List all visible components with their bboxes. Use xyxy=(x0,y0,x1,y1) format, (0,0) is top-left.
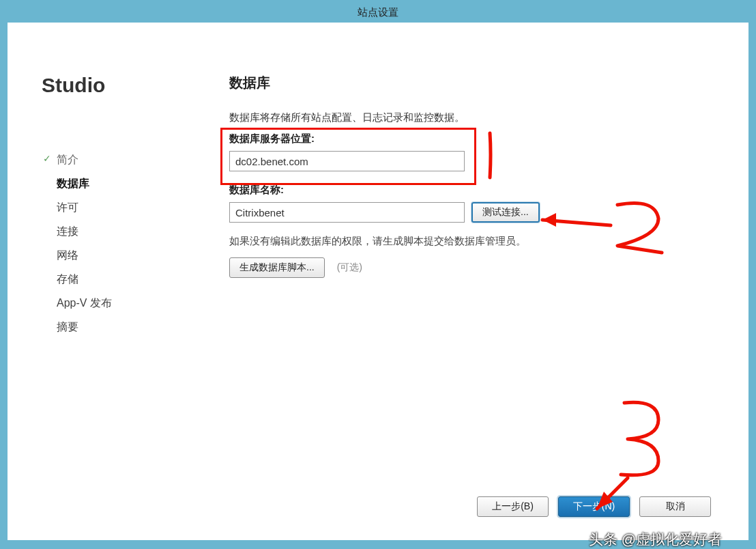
generate-script-button[interactable]: 生成数据库脚本... xyxy=(229,257,325,278)
page-description: 数据库将存储所有站点配置、日志记录和监控数据。 xyxy=(229,111,711,124)
studio-brand: Studio xyxy=(42,74,181,97)
next-button[interactable]: 下一步(N) xyxy=(558,496,630,517)
server-location-label: 数据库服务器位置: xyxy=(229,132,711,145)
window-content: Studio 简介 数据库 许可 连接 网络 存储 App-V 发布 摘要 数据… xyxy=(8,23,748,540)
titlebar: 站点设置 xyxy=(2,2,754,23)
server-location-input[interactable] xyxy=(229,151,465,171)
optional-label: (可选) xyxy=(337,262,362,274)
cancel-button[interactable]: 取消 xyxy=(639,496,711,517)
step-intro[interactable]: 简介 xyxy=(42,148,181,172)
step-summary[interactable]: 摘要 xyxy=(42,315,181,339)
wizard-steps: 简介 数据库 许可 连接 网络 存储 App-V 发布 摘要 xyxy=(42,148,181,339)
permission-hint: 如果没有编辑此数据库的权限，请生成脚本提交给数据库管理员。 xyxy=(229,235,711,248)
back-button[interactable]: 上一步(B) xyxy=(477,496,549,517)
page-title: 数据库 xyxy=(229,74,711,92)
test-connection-button[interactable]: 测试连接... xyxy=(471,202,540,223)
field-server-location: 数据库服务器位置: xyxy=(229,132,711,171)
footer-buttons: 上一步(B) 下一步(N) 取消 xyxy=(477,496,711,517)
step-license[interactable]: 许可 xyxy=(42,196,181,220)
field-db-name: 数据库名称: 测试连接... xyxy=(229,184,711,223)
step-database[interactable]: 数据库 xyxy=(42,172,181,196)
step-appv[interactable]: App-V 发布 xyxy=(42,292,181,315)
step-storage[interactable]: 存储 xyxy=(42,268,181,292)
step-connection[interactable]: 连接 xyxy=(42,220,181,244)
step-network[interactable]: 网络 xyxy=(42,244,181,268)
main-panel: 数据库 数据库将存储所有站点配置、日志记录和监控数据。 数据库服务器位置: 数据… xyxy=(202,23,748,540)
sidebar: Studio 简介 数据库 许可 连接 网络 存储 App-V 发布 摘要 xyxy=(8,23,202,540)
db-name-label: 数据库名称: xyxy=(229,184,711,197)
generate-script-row: 生成数据库脚本... (可选) xyxy=(229,257,711,278)
db-name-input[interactable] xyxy=(229,202,465,223)
window-title: 站点设置 xyxy=(358,6,398,18)
